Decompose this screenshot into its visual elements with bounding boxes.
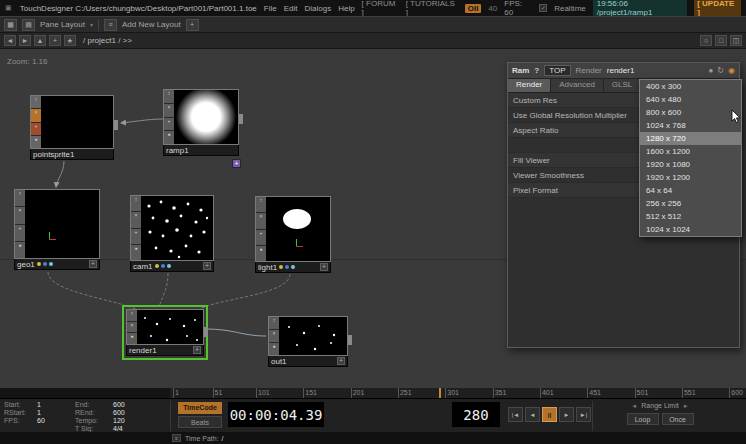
comment-icon[interactable]: ● [708,66,713,75]
tutorials-link[interactable]: [ TUTORIALS ] [406,0,458,17]
pause-button[interactable]: || [542,407,557,422]
flag-icon[interactable]: × [164,104,174,117]
dropdown-item-selected[interactable]: 1280 x 720 [640,132,741,145]
node-name-bar[interactable]: ramp1 [163,145,239,156]
parameter-header[interactable]: Ram ? TOP Render render1 ● ↻ ◉ [508,63,739,79]
back-icon[interactable]: ◄ [4,35,16,46]
rstart-value[interactable]: 1 [37,409,75,417]
beats-button[interactable]: Beats [178,416,222,428]
dropdown-item[interactable]: 1024 x 1024 [640,223,741,236]
flag-icon[interactable]: × [15,207,25,223]
flag-icon[interactable]: ● [256,246,266,261]
node-name-bar[interactable]: cam1 + [130,261,214,272]
jump-start-button[interactable]: |◄ [508,407,523,422]
dropdown-item[interactable]: 800 x 600 [640,106,741,119]
dropdown-item[interactable]: 1024 x 768 [640,119,741,132]
frame-counter[interactable]: 280 [452,402,500,427]
node-flags[interactable]: ↕ × + ● [15,190,25,258]
end-value[interactable]: 600 [113,401,159,409]
output-connector[interactable] [239,114,243,124]
flag-icon[interactable]: ● [269,343,279,355]
node-name-bar[interactable]: out1 + [268,356,348,367]
menu-edit[interactable]: Edit [284,4,298,13]
flag-icon[interactable]: ● [127,333,137,344]
node-render1[interactable]: ↕ × ● render1 + [126,309,204,356]
tab-glsl[interactable]: GLSL [604,79,641,92]
tempo-value[interactable]: 120 [113,417,159,425]
node-name-bar[interactable]: geo1 + [14,259,100,270]
flag-icon[interactable]: × [269,330,279,342]
node-flags[interactable]: ↕ × + ● [131,196,141,260]
node-plus-icon[interactable]: + [89,260,97,268]
flag-icon[interactable]: ↕ [15,190,25,206]
dropdown-item[interactable]: 64 x 64 [640,184,741,197]
rend-value[interactable]: 600 [113,409,159,417]
node-flags[interactable]: ↕ × ● [269,317,279,355]
breadcrumb[interactable]: / project1 / >> [83,36,132,45]
flag-icon[interactable]: × [131,212,141,227]
once-button[interactable]: Once [662,413,694,425]
add-bookmark-icon[interactable]: + [49,35,61,46]
dropdown-item[interactable]: 400 x 300 [640,80,741,93]
loop-button[interactable]: Loop [627,413,659,425]
viewer-circle-icon[interactable]: ○ [700,35,712,46]
flag-icon[interactable]: + [31,123,41,135]
flag-icon[interactable]: ↕ [31,96,41,108]
node-pointsprite1[interactable]: ↕ × + ● pointsprite1 [30,95,114,160]
node-geo1[interactable]: ↕ × + ● geo1 + [14,189,100,270]
output-connector[interactable] [204,327,208,337]
output-connector[interactable] [114,120,118,130]
flag-icon[interactable]: ↕ [164,90,174,103]
flag-icon[interactable]: ● [15,242,25,258]
split-pane-icon[interactable]: ◫ [730,35,742,46]
flag-icon[interactable]: + [131,229,141,244]
dropdown-item[interactable]: 1920 x 1200 [640,171,741,184]
dropdown-item[interactable]: 640 x 480 [640,93,741,106]
node-flags[interactable]: ↕ × ● [127,310,137,344]
forum-link[interactable]: [ FORUM ] [362,0,399,17]
dropdown-item[interactable]: 256 x 256 [640,197,741,210]
node-name-bar[interactable]: render1 + [126,345,204,356]
flag-icon[interactable]: × [127,322,137,333]
node-ramp1[interactable]: ↕ × + ● ramp1 + [163,89,239,156]
flag-icon[interactable]: ● [31,136,41,148]
parent-up-icon[interactable]: ▲ [34,35,46,46]
node-plus-icon[interactable]: + [337,357,345,365]
play-reverse-button[interactable]: ◄ [525,407,540,422]
tab-advanced[interactable]: Advanced [551,79,604,92]
grid-icon[interactable]: ▦ [4,19,17,31]
frame-ruler[interactable]: 1 51 101 151 201 251 301 351 401 451 501… [170,388,746,398]
menu-dialogs[interactable]: Dialogs [304,4,331,13]
node-name-bar[interactable]: light1 + [255,262,331,273]
node-plus-icon[interactable]: + [320,263,328,271]
time-path-value[interactable]: / [222,435,224,442]
node-plus-icon[interactable]: + [203,262,211,270]
pane-layout-button[interactable]: Pane Layout [40,20,85,29]
range-left-icon[interactable]: ◄ [631,403,637,409]
output-connector[interactable] [348,335,352,345]
flag-icon[interactable]: × [31,109,41,121]
playhead[interactable] [439,388,441,398]
flag-icon[interactable]: ● [164,131,174,144]
node-light1[interactable]: ↕ × + ● light1 + [255,196,331,273]
flag-icon[interactable]: ↕ [256,197,266,212]
node-flags[interactable]: ↕ × + ● [164,90,174,144]
forward-icon[interactable]: ► [19,35,31,46]
jump-end-button[interactable]: ►| [576,407,591,422]
flag-icon[interactable]: × [256,213,266,228]
menu-help[interactable]: Help [338,4,354,13]
menu-file[interactable]: File [264,4,277,13]
dropdown-item[interactable]: 512 x 512 [640,210,741,223]
flag-icon[interactable]: + [256,230,266,245]
time-path-icon[interactable]: ≡ [172,434,181,442]
menu-icon[interactable]: ≡ [104,19,117,31]
perf-badge[interactable]: OII [465,4,482,13]
dropdown-item[interactable]: 1600 x 1200 [640,145,741,158]
family-chip[interactable]: TOP [544,65,570,76]
node-cam1[interactable]: ↕ × + ● [130,195,214,272]
flag-icon[interactable]: ↕ [127,310,137,321]
operator-name[interactable]: render1 [607,66,635,75]
node-out1[interactable]: ↕ × ● out1 + [268,316,348,367]
node-plus-icon[interactable]: + [193,346,201,354]
node-name-bar[interactable]: pointsprite1 [30,149,114,160]
